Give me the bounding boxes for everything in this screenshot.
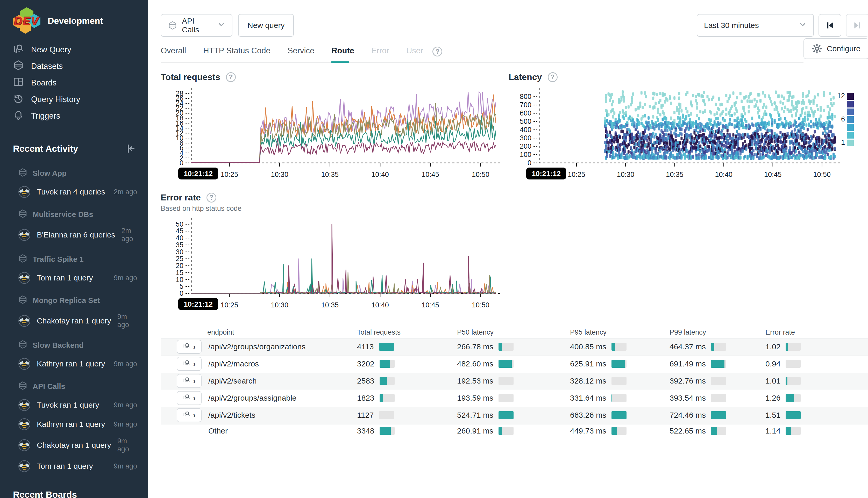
column-header[interactable]: P50 latency [457,328,570,337]
metric-cell: 3202 [357,359,457,368]
activity-item[interactable]: Tom ran 1 query9m ago [18,460,148,472]
column-header[interactable]: P95 latency [570,328,670,337]
activity-dataset-label: Mongo Replica Set [18,295,148,306]
activity-group: Slow AppTuvok ran 4 queries2m ago [18,168,148,198]
activity-time: 9m ago [114,360,137,368]
svg-text:10:35: 10:35 [321,171,339,179]
activity-item[interactable]: Kathryn ran 1 query9m ago [18,358,148,370]
activity-text: Chakotay ran 1 query [37,441,111,449]
error-rate-chart[interactable]: Error rate ? Based on http status code 0… [161,188,509,318]
metric-bar [379,427,394,435]
column-header[interactable]: P99 latency [670,328,765,337]
svg-text:40: 40 [176,234,183,242]
run-query-button[interactable]: › [177,374,202,388]
tab-service[interactable]: Service [288,46,314,62]
metric-cell: 266.78 ms [457,342,570,351]
activity-time: 2m ago [121,227,137,243]
time-range-select[interactable]: Last 30 minutes [697,14,814,37]
metric-bar [498,411,514,419]
dataset-select-value: API Calls [182,16,212,34]
help-circle-icon[interactable]: ? [548,72,558,82]
sidebar-item-datasets[interactable]: Datasets [13,58,148,75]
activity-item[interactable]: B'Elanna ran 6 queries2m ago [18,227,148,243]
activity-group: Multiservice DBsB'Elanna ran 6 queries2m… [18,209,148,243]
column-header[interactable]: endpoint [207,328,357,337]
collapse-sidebar-icon[interactable] [125,143,137,154]
total-requests-chart[interactable]: Total requests ? 02468101214161820222426… [161,72,509,188]
sidebar-item-boards[interactable]: Boards [13,75,148,91]
activity-item[interactable]: Chakotay ran 1 query9m ago [18,313,148,329]
sidebar-item-label: New Query [31,45,71,54]
metric-bar [711,427,726,435]
query-run-icon [183,359,191,368]
help-circle-icon[interactable]: ? [226,72,236,82]
svg-text:10:40: 10:40 [371,171,389,179]
metric-bar [611,411,626,419]
metric-cell: 2583 [357,377,457,385]
metric-bar [379,360,394,368]
sidebar-item-new-query[interactable]: New Query [13,41,148,58]
metric-bar [786,427,801,435]
run-query-button[interactable]: › [177,340,202,354]
svg-text:28: 28 [176,90,183,97]
new-query-button[interactable]: New query [238,14,294,37]
column-header[interactable]: Error rate [765,328,868,337]
tabs-help-icon[interactable]: ? [432,47,442,62]
tab-route[interactable]: Route [332,46,354,62]
svg-text:0: 0 [528,159,531,167]
run-query-button[interactable]: › [177,391,202,405]
app-root: DEV Development New QueryDatasetsBoardsQ… [0,0,868,498]
tab-http-status-code[interactable]: HTTP Status Code [203,46,271,62]
tab-user: User [406,46,423,62]
skip-back-button[interactable] [818,14,841,37]
activity-text: Kathryn ran 1 query [37,420,107,429]
metric-bar [711,394,726,402]
svg-text:20: 20 [176,262,183,270]
team-switcher[interactable]: DEV Development [13,7,148,34]
metric-cell: 331.64 ms [570,394,670,403]
activity-item[interactable]: Tuvok ran 4 queries2m ago [18,186,148,198]
metric-bar [379,411,394,419]
sidebar-item-triggers[interactable]: Triggers [13,108,148,124]
svg-text:500: 500 [520,118,531,125]
svg-text:10:50: 10:50 [472,301,490,309]
activity-text: Kathryn ran 1 query [37,359,107,368]
query-run-icon [183,342,191,351]
run-query-button[interactable]: › [177,357,202,371]
run-query-button[interactable]: › [177,408,202,422]
tab-overall[interactable]: Overall [161,46,186,62]
team-logo-icon: DEV [13,7,41,34]
activity-item[interactable]: Chakotay ran 1 query9m ago [18,437,148,453]
recent-activity-title: Recent Activity [13,143,78,154]
latency-chart[interactable]: Latency ? 010020030040050060070080010:25… [509,72,868,188]
activity-time: 2m ago [114,188,137,196]
metric-bar [711,343,726,351]
metric-bar [498,360,514,368]
query-run-icon [183,376,191,385]
svg-text:10:35: 10:35 [321,301,339,309]
activity-time: 9m ago [114,420,137,428]
activity-item[interactable]: Kathryn ran 1 query9m ago [18,418,148,430]
metric-cell: 3348 [357,427,457,435]
activity-item[interactable]: Tuvok ran 1 query9m ago [18,399,148,411]
activity-dataset-label: Multiservice DBs [18,209,148,220]
metric-bar [498,427,514,435]
endpoint-cell: /api/v2/macros [207,359,357,368]
metric-bar [498,343,514,351]
bee-avatar [18,358,30,370]
svg-text:35: 35 [176,241,183,249]
error-rate-subtitle: Based on http status code [161,205,509,213]
svg-text:1: 1 [841,139,845,146]
dataset-select[interactable]: API Calls [161,14,232,37]
help-circle-icon[interactable]: ? [207,193,216,202]
column-header[interactable]: Total requests [357,328,457,337]
skip-to-end-icon [852,20,863,30]
svg-text:10:45: 10:45 [764,171,782,179]
configure-button[interactable]: Configure [803,38,868,59]
sidebar-item-query-history[interactable]: Query History [13,91,148,108]
bee-avatar [18,315,30,327]
activity-item[interactable]: Tom ran 1 query9m ago [18,272,148,284]
activity-text: Tuvok ran 4 queries [37,187,107,196]
dataset-icon [18,209,27,220]
skip-forward-button [846,14,868,37]
